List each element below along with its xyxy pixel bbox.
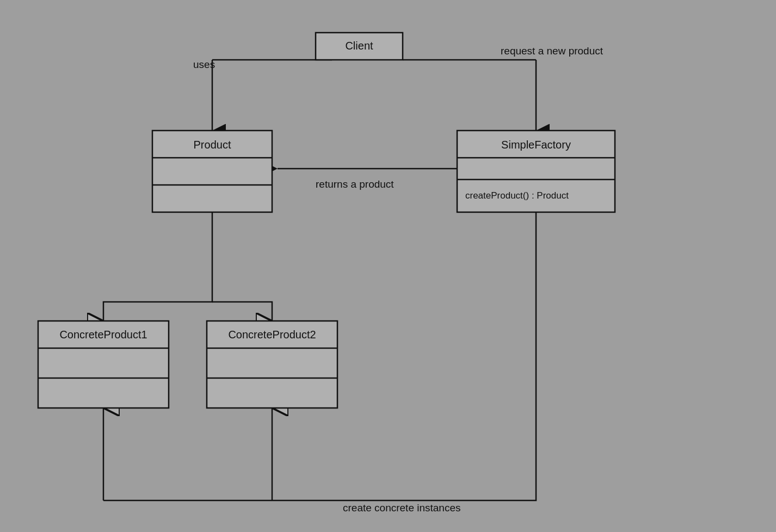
simplefactory-method: createProduct() : Product: [465, 190, 569, 201]
cp1-label: ConcreteProduct1: [59, 329, 147, 341]
product-label: Product: [194, 139, 231, 151]
diagram-container: uses request a new product returns a pro…: [0, 0, 776, 532]
client-label: Client: [345, 40, 373, 52]
create-instances-label: create concrete instances: [343, 502, 461, 514]
inherit-cp2-line: [212, 302, 272, 321]
request-label: request a new product: [501, 45, 603, 57]
cp2-label: ConcreteProduct2: [228, 329, 316, 341]
simplefactory-label: SimpleFactory: [501, 139, 571, 151]
inherit-cp1-line: [103, 212, 212, 321]
returns-label: returns a product: [316, 178, 394, 190]
